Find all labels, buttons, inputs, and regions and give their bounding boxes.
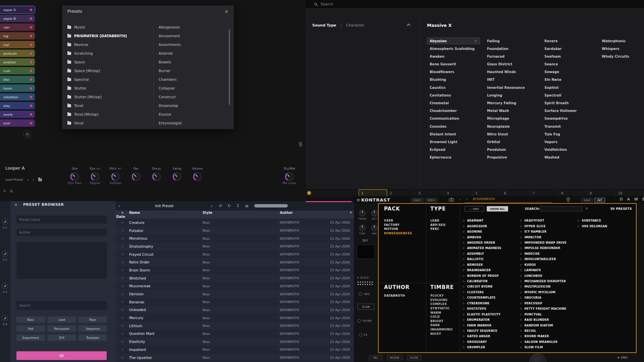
kontrast-preset[interactable]: ☆ HYPER SLICE	[520, 223, 577, 229]
favorite-star-icon[interactable]: ☆	[520, 236, 522, 239]
massive-preset[interactable]: Longing ☆	[484, 92, 537, 99]
favorite-star-icon[interactable]: ☆	[116, 276, 129, 280]
module-power-dot[interactable]	[30, 122, 32, 124]
rotary-knob[interactable]	[91, 172, 100, 181]
category-filter-button[interactable]: Experiment	[16, 335, 45, 341]
timbre-item[interactable]: SYNTHETIC	[430, 306, 453, 311]
module-item[interactable]: everb	[0, 111, 35, 118]
type-item[interactable]: ARP/SEQ	[430, 223, 445, 227]
favorite-star-icon[interactable]: ☆	[462, 335, 465, 338]
favorite-star-icon[interactable]: ☆	[520, 274, 522, 278]
favorites-only-button[interactable]: ☆ ONLY	[465, 206, 484, 212]
kontrast-preset[interactable]: ☆ ROUND MAKER	[520, 334, 577, 339]
column-name[interactable]: Name	[129, 211, 203, 215]
kontrast-preset[interactable]: ☆ INVOLUNTARILIZER	[520, 256, 577, 262]
category-filter-button[interactable]: Keys	[78, 316, 107, 323]
io-slot[interactable]: O 3	[1, 283, 9, 294]
kontrast-preset[interactable]: ☆ DUSTSTEPS	[462, 306, 520, 311]
preset-item[interactable]: Bowels	[159, 58, 222, 66]
author-item[interactable]: DATABROTH	[384, 294, 405, 298]
preset-item[interactable]: Amusement	[159, 32, 222, 40]
preset-table-row[interactable]: ☆ Impatient Bass DATABROTH 21 Apr 2026	[116, 346, 354, 354]
massive-preset[interactable]: Tule Fog ☆	[542, 131, 595, 137]
massive-preset[interactable]: Consoles ☆	[427, 123, 480, 130]
module-item[interactable]: onalizer	[0, 58, 35, 66]
category-filter-button[interactable]: Template	[78, 335, 107, 341]
favorite-star-icon[interactable]: ☆	[462, 230, 465, 233]
massive-preset[interactable]: Glass District ☆	[484, 61, 537, 68]
favorite-star-icon[interactable]: ☆	[520, 324, 522, 327]
search-bar[interactable]: Search	[306, 0, 644, 9]
favorite-star-icon[interactable]: ☆	[577, 219, 580, 222]
module-item[interactable]: elay	[0, 102, 35, 109]
timbre-item[interactable]: COMPLEX	[430, 302, 453, 306]
massive-preset[interactable]: Cavitations ☆	[427, 92, 480, 99]
kontrast-preset[interactable]: ☆ PETTY FREIGHT MACHINE	[520, 306, 577, 311]
favorite-star-icon[interactable]: ☆	[462, 340, 465, 344]
timbre-item[interactable]: BRIGHT	[430, 319, 453, 323]
favorite-star-icon[interactable]: ☆	[116, 356, 129, 359]
favorite-star-icon[interactable]: ☆	[520, 230, 522, 233]
save-download-icon[interactable]: ↧	[236, 203, 239, 208]
massive-preset[interactable]: Haunted Winds ☆	[484, 69, 537, 75]
module-item[interactable]: pectrum	[0, 50, 35, 57]
favorite-star-icon[interactable]: ☆	[116, 252, 129, 256]
favorite-star-icon[interactable]: ☆	[462, 324, 465, 327]
kontrast-preset[interactable]: ☆ INDECISE	[520, 251, 577, 256]
search-input[interactable]	[540, 206, 583, 212]
module-power-dot[interactable]	[30, 26, 32, 28]
history-clock-button[interactable]	[23, 131, 31, 138]
pack-item[interactable]: FACTORY	[384, 223, 412, 227]
kontrast-preset[interactable]: ☆ BRAINDANCER	[462, 267, 520, 273]
kontrast-preset[interactable]: ☆ IMPULSE REBOUNDER	[520, 245, 577, 251]
grid-view-icon[interactable]: ⊞	[10, 189, 13, 193]
favorite-star-icon[interactable]: ☆	[116, 340, 129, 344]
module-power-dot[interactable]	[30, 113, 32, 116]
favorite-star-icon[interactable]: ☆	[520, 225, 522, 228]
kontrast-preset[interactable]: ☆ FAULTY SEQUENCE	[462, 328, 520, 334]
preset-table-row[interactable]: ☆ Mercury Bass DATABROTH 21 Apr 2026	[116, 314, 354, 322]
rotary-knob[interactable]	[132, 172, 141, 181]
module-item[interactable]: ing	[0, 32, 35, 40]
scan-button[interactable]: SCAN	[358, 304, 374, 310]
massive-preset[interactable]: Mercury Falling ☆	[484, 100, 537, 107]
loop-mode-icon[interactable]: ↻	[3, 189, 6, 193]
io-slot[interactable]: O 4	[1, 315, 9, 326]
timbre-item[interactable]: INHARMONIC	[430, 327, 453, 332]
timbre-item[interactable]: DARK	[430, 323, 453, 327]
favorite-star-icon[interactable]: ☆	[520, 302, 522, 305]
io-slot[interactable]: O 2	[1, 251, 9, 261]
preset-item[interactable]: Abiogenesis	[159, 23, 222, 32]
preset-item[interactable]: Assortments	[159, 40, 222, 49]
favorite-star-icon[interactable]: ☆	[462, 296, 465, 299]
favorite-star-icon[interactable]: ☆	[520, 268, 522, 272]
horizontal-scrollbar[interactable]	[254, 204, 288, 207]
category-filter-button[interactable]: Lead	[48, 316, 76, 323]
category-filter-button[interactable]: Sequence	[78, 325, 107, 332]
rotary-knob[interactable]	[173, 172, 181, 181]
favorite-star-icon[interactable]: ☆	[462, 307, 465, 310]
kontrast-preset[interactable]: ☆ ENUMERATOR	[462, 317, 520, 322]
favorite-star-icon[interactable]: ☆	[462, 263, 465, 266]
kontrast-preset[interactable]: ☆ IMPACTOR	[520, 234, 577, 240]
rotary-knob[interactable]	[193, 172, 202, 181]
pattern-tab[interactable]: 2	[387, 189, 416, 197]
kontrast-preset[interactable]: ☆ GATED ANGER	[462, 334, 520, 339]
massive-preset[interactable]: Washed ☆	[542, 154, 595, 161]
massive-preset[interactable]: Metal Wash ☆	[484, 108, 537, 114]
module-item[interactable]: ooper B	[0, 15, 35, 22]
massive-preset[interactable]: Swampdrive ☆	[542, 115, 595, 122]
preset-table-row[interactable]: ☆ Frayed Circuit Bass DATABROTH 21 Apr 2…	[116, 250, 354, 258]
pattern-tab[interactable]: 3	[416, 189, 444, 197]
module-item[interactable]: haser	[0, 84, 35, 92]
category-filter-button[interactable]: Pad	[16, 325, 45, 332]
pack-item[interactable]: USER	[384, 219, 412, 223]
pencil-edit-icon[interactable]	[2, 251, 8, 257]
massive-preset[interactable]: Falling ☆	[484, 38, 537, 44]
module-power-dot[interactable]	[30, 78, 32, 81]
category-filter-button[interactable]: Percussion	[48, 325, 76, 332]
favorite-star-icon[interactable]: ☆	[462, 241, 465, 244]
column-style[interactable]: Style	[203, 211, 280, 215]
favorite-star-icon[interactable]: ☆	[462, 329, 465, 333]
kontrast-preset[interactable]: ☆ LUNCHBOX	[520, 273, 577, 278]
